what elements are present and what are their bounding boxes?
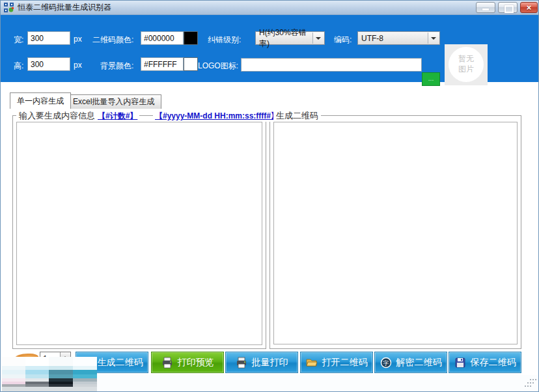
close-button[interactable]: × — [520, 2, 538, 13]
save-qr-button[interactable]: 保存二维码 — [449, 352, 521, 373]
encoding-value: UTF-8 — [361, 34, 383, 43]
button-label: 打开二维码 — [322, 357, 368, 369]
maximize-icon — [504, 5, 514, 13]
bg-color-input[interactable] — [141, 57, 184, 71]
chevron-down-icon — [312, 33, 324, 44]
output-group-title: 生成二维码 — [273, 110, 321, 122]
printer-icon — [161, 357, 173, 369]
width-input[interactable] — [27, 31, 70, 45]
save-icon — [454, 357, 466, 369]
maximize-button[interactable] — [498, 2, 518, 13]
decrypt-icon: 字 — [380, 357, 392, 369]
button-label: 生成二维码 — [98, 357, 143, 369]
height-label: 高: — [14, 61, 23, 72]
timestamp-variable-link[interactable]: 【#yyyy-MM-dd HH:mm:ss:ffff#】 — [153, 111, 281, 122]
close-icon: × — [521, 3, 537, 12]
glitch-artifact — [2, 357, 97, 391]
height-unit: px — [74, 61, 82, 70]
minimize-button[interactable] — [476, 2, 495, 13]
app-qr-icon — [4, 3, 14, 12]
tab-single-content[interactable]: 单一内容生成 — [10, 92, 71, 109]
printer-icon — [236, 357, 247, 369]
resize-grip[interactable] — [525, 379, 533, 387]
button-label: 打印预览 — [178, 357, 214, 369]
width-label: 宽: — [14, 35, 23, 46]
chevron-down-icon — [428, 33, 439, 44]
qr-color-swatch[interactable] — [184, 31, 198, 45]
title-bar: 恒泰二维码批量生成识别器 × — [1, 1, 538, 15]
window-title: 恒泰二维码批量生成识别器 — [18, 1, 111, 14]
qr-color-label: 二维码颜色: — [92, 35, 133, 46]
bg-color-swatch[interactable] — [184, 57, 198, 71]
qr-color-input[interactable] — [141, 31, 184, 45]
batch-print-button[interactable]: 批量打印 — [225, 352, 298, 373]
encoding-label: 编码: — [334, 35, 352, 46]
input-group-title: 输入要生成内容信息 — [16, 110, 98, 122]
error-level-value: H(约30%容错率) — [259, 27, 311, 49]
button-label: 批量打印 — [252, 357, 288, 369]
height-input[interactable] — [27, 57, 70, 71]
logo-browse-button[interactable]: ... — [422, 72, 440, 86]
logo-preview-box: 暂无 图片 — [445, 44, 488, 85]
bg-color-label: 背景颜色: — [100, 61, 133, 72]
qr-preview-canvas — [273, 122, 518, 344]
tab-excel-batch[interactable]: Excel批量导入内容生成 — [66, 94, 161, 109]
encoding-select[interactable]: UTF-8 — [357, 31, 440, 45]
content-input[interactable] — [16, 122, 262, 345]
settings-panel: 宽: px 高: px 二维码颜色: 背景颜色: 纠错级别: H(约30%容错率… — [1, 15, 538, 82]
counter-variable-link[interactable]: 【#计数#】 — [96, 111, 139, 122]
button-label: 解密二维码 — [396, 357, 442, 369]
decrypt-qr-button[interactable]: 字 解密二维码 — [374, 352, 447, 373]
button-label: 保存二维码 — [471, 357, 516, 369]
width-unit: px — [74, 35, 82, 44]
error-level-select[interactable]: H(约30%容错率) — [255, 31, 325, 45]
error-level-label: 纠错级别: — [208, 35, 241, 46]
print-preview-button[interactable]: 打印预览 — [151, 352, 224, 373]
minimize-icon — [482, 8, 489, 10]
svg-text:字: 字 — [383, 359, 389, 366]
no-image-placeholder: 暂无 图片 — [445, 53, 488, 74]
app-window: 恒泰二维码批量生成识别器 × 宽: px 高: px 二维码颜色: 背景颜色: … — [0, 0, 539, 392]
logo-label: LOGO图标: — [198, 61, 238, 72]
open-folder-icon — [306, 357, 318, 369]
logo-path-input[interactable] — [241, 58, 422, 72]
open-qr-button[interactable]: 打开二维码 — [300, 352, 373, 373]
